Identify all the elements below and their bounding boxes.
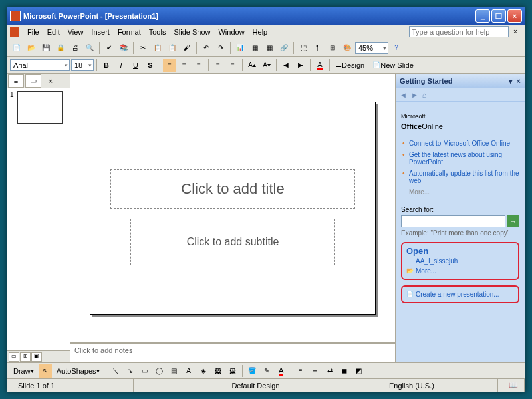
increase-font-icon[interactable]: A▴ [245, 59, 259, 72]
subtitle-placeholder[interactable]: Click to add subtitle [130, 219, 335, 265]
tp-link-connect[interactable]: Connect to Microsoft Office Online [401, 138, 519, 149]
menu-window[interactable]: Window [214, 27, 248, 37]
slideshow-view-button[interactable]: ▣ [31, 352, 42, 362]
menu-view[interactable]: View [64, 27, 88, 37]
menu-help[interactable]: Help [249, 27, 272, 37]
close-pane-button[interactable]: × [43, 74, 59, 88]
line-style-icon[interactable]: ≡ [294, 364, 307, 378]
minimize-button[interactable]: _ [475, 9, 490, 23]
zoom-combo[interactable]: 45% [355, 42, 388, 54]
rectangle-icon[interactable]: ▭ [138, 364, 152, 378]
increase-indent-icon[interactable]: ▶ [294, 59, 307, 72]
textbox-icon[interactable]: ▤ [168, 364, 181, 378]
copy-icon[interactable]: 📋 [151, 41, 164, 55]
back-icon[interactable]: ◄ [400, 91, 407, 99]
slides-tab[interactable]: ▭ [25, 74, 41, 88]
permission-icon[interactable]: 🔒 [54, 41, 67, 55]
status-language[interactable]: English (U.S.) [378, 379, 498, 392]
font-color-draw-icon[interactable]: A [275, 364, 288, 378]
print-icon[interactable]: 🖨 [68, 41, 82, 55]
doc-close-button[interactable]: × [509, 25, 522, 39]
draw-menu[interactable]: Draw ▾ [10, 364, 37, 378]
align-right-icon[interactable]: ≡ [192, 59, 205, 72]
search-input[interactable] [401, 215, 505, 227]
oval-icon[interactable]: ◯ [153, 364, 166, 378]
menu-tools[interactable]: Tools [145, 27, 170, 37]
tp-link-news[interactable]: Get the latest news about using PowerPoi… [401, 149, 519, 168]
tp-more-link[interactable]: More... [401, 186, 519, 202]
maximize-button[interactable]: ❐ [491, 9, 506, 23]
font-size-combo[interactable]: 18 [71, 59, 94, 71]
menu-slideshow[interactable]: Slide Show [170, 27, 214, 37]
normal-view-button[interactable]: ▭ [9, 352, 19, 362]
notes-pane[interactable]: Click to add notes [70, 344, 395, 362]
recent-file-link[interactable]: AA_I_sissejuh [406, 256, 514, 266]
font-color-icon[interactable]: A [313, 59, 327, 72]
outline-tab[interactable]: ≡ [8, 74, 24, 88]
grid-icon[interactable]: ⊞ [326, 41, 339, 55]
italic-button[interactable]: I [114, 59, 128, 72]
align-center-icon[interactable]: ≡ [178, 59, 191, 72]
home-icon[interactable]: ⌂ [422, 91, 427, 99]
cut-icon[interactable]: ✂ [136, 41, 150, 55]
open-more-link[interactable]: More... [406, 266, 514, 276]
decrease-font-icon[interactable]: A▾ [260, 59, 273, 72]
bullets-icon[interactable]: ≡ [226, 59, 239, 72]
bold-button[interactable]: B [100, 59, 113, 72]
fill-color-icon[interactable]: 🪣 [245, 364, 259, 378]
status-spell-icon[interactable]: 📖 [498, 379, 525, 392]
numbering-icon[interactable]: ≡ [211, 59, 225, 72]
shadow-button[interactable]: S [144, 59, 157, 72]
table-icon[interactable]: ▦ [248, 41, 261, 55]
menu-edit[interactable]: Edit [43, 27, 64, 37]
format-painter-icon[interactable]: 🖌 [180, 41, 194, 55]
help-icon[interactable]: ? [390, 41, 403, 55]
wordart-icon[interactable]: A [182, 364, 196, 378]
search-go-button[interactable]: → [507, 215, 519, 227]
line-color-icon[interactable]: ✎ [260, 364, 273, 378]
research-icon[interactable]: 📚 [117, 41, 130, 55]
new-slide-button[interactable]: 📄 New Slide [369, 59, 417, 72]
decrease-indent-icon[interactable]: ◀ [279, 59, 293, 72]
arrow-style-icon[interactable]: ⇄ [323, 364, 336, 378]
forward-icon[interactable]: ► [411, 91, 418, 99]
taskpane-close-button[interactable]: × [517, 77, 521, 85]
arrow-icon[interactable]: ↘ [124, 364, 137, 378]
preview-icon[interactable]: 🔍 [83, 41, 96, 55]
create-presentation-link[interactable]: Create a new presentation... [406, 289, 514, 299]
menu-format[interactable]: Format [114, 27, 145, 37]
tp-link-update[interactable]: Automatically update this list from the … [401, 168, 519, 186]
design-button[interactable]: ☱ Design [332, 59, 368, 72]
new-icon[interactable]: 📄 [10, 41, 23, 55]
redo-icon[interactable]: ↷ [214, 41, 227, 55]
picture-icon[interactable]: 🖼 [226, 364, 239, 378]
diagram-icon[interactable]: ◈ [197, 364, 210, 378]
tables-borders-icon[interactable]: ▦ [263, 41, 276, 55]
show-formatting-icon[interactable]: ¶ [311, 41, 325, 55]
select-icon[interactable]: ↖ [39, 364, 52, 378]
autoshapes-menu[interactable]: AutoShapes ▾ [53, 364, 103, 378]
title-placeholder[interactable]: Click to add title [110, 169, 355, 209]
line-icon[interactable]: ＼ [109, 364, 122, 378]
dash-style-icon[interactable]: ┅ [309, 364, 322, 378]
color-icon[interactable]: 🎨 [340, 41, 354, 55]
paste-icon[interactable]: 📋 [166, 41, 179, 55]
menu-insert[interactable]: Insert [87, 27, 114, 37]
open-icon[interactable]: 📂 [25, 41, 38, 55]
slide-thumbnail[interactable]: 1 [10, 91, 67, 124]
font-name-combo[interactable]: Arial [10, 59, 70, 71]
hyperlink-icon[interactable]: 🔗 [277, 41, 291, 55]
shadow-style-icon[interactable]: ◼ [338, 364, 351, 378]
3d-style-icon[interactable]: ◩ [352, 364, 366, 378]
spellcheck-icon[interactable]: ✔ [102, 41, 116, 55]
save-icon[interactable]: 💾 [39, 41, 53, 55]
chart-icon[interactable]: 📊 [233, 41, 247, 55]
slide-canvas[interactable]: Click to add title Click to add subtitle [70, 74, 395, 344]
menu-file[interactable]: File [23, 27, 43, 37]
sorter-view-button[interactable]: ⊞ [20, 352, 31, 362]
taskpane-dropdown-icon[interactable]: ▾ [509, 77, 513, 86]
clipart-icon[interactable]: 🖼 [211, 364, 225, 378]
help-search-input[interactable] [409, 26, 509, 37]
expand-icon[interactable]: ⬚ [297, 41, 310, 55]
undo-icon[interactable]: ↶ [200, 41, 213, 55]
